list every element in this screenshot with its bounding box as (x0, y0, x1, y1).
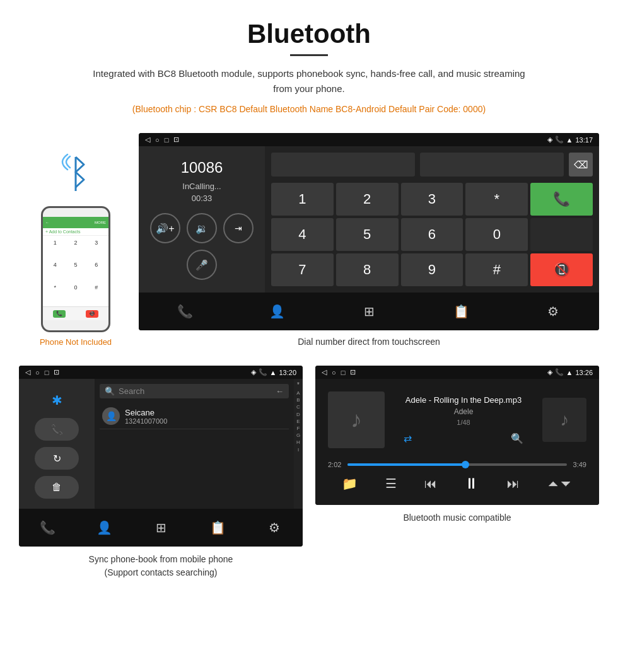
phone-top-bar: ← MORE (43, 217, 108, 228)
music-track-count: 1/48 (397, 419, 530, 426)
numpad-call-btn[interactable]: 📞 (530, 183, 593, 216)
backspace-btn[interactable]: ⌫ (569, 153, 593, 177)
wifi-icon: ▲ (566, 136, 573, 144)
music-play-pause-btn[interactable]: ⏸ (464, 475, 479, 492)
pb-nav-contacts-icon[interactable]: 👤 (91, 515, 117, 540)
pb-nav-call-icon[interactable]: 📞 (35, 515, 60, 540)
pb-alpha-a[interactable]: A (296, 390, 300, 397)
page-header: Bluetooth Integrated with BC8 Bluetooth … (0, 0, 618, 133)
bluetooth-icon (60, 152, 91, 196)
main-section: ← MORE + Add to Contacts 1 2 3 4 5 6 * 0… (0, 133, 618, 366)
music-shuffle-btn[interactable]: ⇄ (404, 432, 412, 444)
numpad-key-0[interactable]: 0 (465, 218, 528, 251)
numpad-key-6[interactable]: 6 (401, 218, 464, 251)
music-prev-btn[interactable]: ⏮ (424, 477, 437, 491)
pb-delete-btn[interactable]: 🗑 (35, 476, 79, 499)
vol-up-btn[interactable]: 🔊+ (150, 213, 180, 243)
pb-call-btn[interactable]: 📞 (35, 418, 79, 441)
pb-alpha-c[interactable]: C (296, 403, 300, 410)
phone-num-hash: # (86, 283, 106, 304)
music-body: ♪ Adele - Rolling In the Deep.mp3 Adele … (315, 379, 599, 505)
pb-status-left: ◁ ○ □ ⊡ (25, 368, 59, 376)
numpad-key-2[interactable]: 2 (336, 183, 399, 216)
back-icon: ◁ (145, 136, 150, 144)
pb-alpha-g[interactable]: G (296, 432, 300, 439)
music-search-btn[interactable]: 🔍 (511, 432, 523, 444)
dialer-body: 10086 InCalling... 00:33 🔊+ 🔉 ⇥ 🎤 (139, 146, 599, 293)
mic-btn[interactable]: 🎤 (187, 250, 217, 280)
nav-transfer-icon[interactable]: 📋 (448, 299, 474, 324)
music-info: Adele - Rolling In the Deep.mp3 Adele 1/… (397, 395, 530, 444)
nav-contacts-icon[interactable]: 👤 (264, 299, 289, 324)
pb-body: ✱ 📞 ↻ 🗑 🔍 Search ← (19, 379, 303, 509)
music-next-btn[interactable]: ⏭ (507, 477, 520, 491)
pb-alpha-d[interactable]: D (296, 411, 300, 418)
pb-alpha-b[interactable]: B (296, 397, 300, 403)
music-equalizer-btn[interactable]: ⏶⏷ (547, 477, 573, 491)
nav-dialpad-icon[interactable]: ⊞ (356, 299, 382, 324)
pb-contact-number: 13241007000 (125, 417, 167, 425)
numpad-key-star[interactable]: * (465, 183, 528, 216)
numpad-key-1[interactable]: 1 (271, 183, 334, 216)
music-folder-btn[interactable]: 📁 (342, 476, 358, 491)
status-right: ◈ 📞 ▲ 13:17 (547, 136, 593, 144)
music-progress-fill (347, 463, 465, 466)
numpad-key-7[interactable]: 7 (271, 253, 334, 286)
music-statusbar: ◁ ○ □ ⊡ ◈ 📞 ▲ 13:26 (315, 366, 599, 379)
pb-screenshot-icon: ⊡ (54, 368, 59, 376)
numpad-key-9[interactable]: 9 (401, 253, 464, 286)
numpad-hangup-btn[interactable]: 📵 (530, 253, 593, 286)
transfer-btn[interactable]: ⇥ (223, 213, 254, 243)
nav-settings-icon[interactable]: ⚙ (540, 299, 566, 324)
pb-nav-dialpad-icon[interactable]: ⊞ (148, 515, 173, 540)
music-back-icon: ◁ (322, 368, 327, 376)
pb-alpha-f[interactable]: F (297, 425, 300, 432)
numpad-key-4[interactable]: 4 (271, 218, 334, 251)
phone-num-star: * (45, 283, 65, 304)
dialer-screenshot: ◁ ○ □ ⊡ ◈ 📞 ▲ 13:17 10086 InCalling... (139, 133, 599, 353)
pb-bluetooth-btn[interactable]: ✱ (35, 389, 79, 412)
pb-nav-transfer-icon[interactable]: 📋 (205, 515, 230, 540)
phonebook-item: ◁ ○ □ ⊡ ◈ 📞 ▲ 13:20 ✱ 📞 ↻ (19, 366, 303, 579)
numpad-key-5[interactable]: 5 (336, 218, 399, 251)
pb-nav-settings-icon[interactable]: ⚙ (262, 515, 287, 540)
pb-status-right: ◈ 📞 ▲ 13:20 (251, 368, 296, 376)
call-duration: 00:33 (192, 194, 213, 203)
pb-statusbar: ◁ ○ □ ⊡ ◈ 📞 ▲ 13:20 (19, 366, 303, 379)
music-note-icon-secondary: ♪ (560, 410, 569, 430)
numpad-key-hash[interactable]: # (465, 253, 528, 286)
pb-alpha-e[interactable]: E (296, 418, 300, 425)
music-shuffle-search-row: ⇄ 🔍 (397, 432, 530, 444)
music-list-btn[interactable]: ☰ (385, 476, 397, 491)
pb-alphabet-bar: * A B C D E F G H I (294, 379, 303, 509)
phone-num-2: 2 (66, 238, 86, 259)
music-progress-area[interactable] (347, 463, 566, 466)
pb-contact-item[interactable]: 👤 Seicane 13241007000 (100, 403, 289, 429)
call-number: 10086 (181, 159, 223, 177)
numpad-key-8[interactable]: 8 (336, 253, 399, 286)
music-status-time: 13:26 (575, 369, 593, 376)
status-time: 13:17 (575, 136, 593, 144)
title-underline (290, 54, 328, 56)
pb-alpha-h[interactable]: H (296, 439, 300, 446)
home-icon: ○ (155, 136, 160, 144)
pb-sync-btn[interactable]: ↻ (35, 447, 79, 470)
numpad: 1 2 3 * 📞 4 5 6 0 7 8 9 # 📵 (271, 183, 593, 286)
page-title: Bluetooth (13, 19, 605, 49)
music-controls: 📁 ☰ ⏮ ⏸ ⏭ ⏶⏷ (315, 468, 599, 499)
numpad-empty-1 (530, 218, 593, 251)
nav-call-icon[interactable]: 📞 (172, 299, 197, 324)
music-progress-bar (347, 463, 566, 466)
vol-down-btn[interactable]: 🔉 (187, 213, 217, 243)
music-album-art-secondary: ♪ (542, 398, 586, 442)
pb-search-bar[interactable]: 🔍 Search ← (100, 384, 289, 398)
dialer-controls: 🔊+ 🔉 ⇥ 🎤 (145, 213, 259, 280)
phone-illustration: ← MORE + Add to Contacts 1 2 3 4 5 6 * 0… (19, 133, 132, 347)
pb-alpha-i[interactable]: I (298, 446, 299, 453)
phone-answer-btn[interactable]: 📞 (53, 310, 66, 318)
pb-wifi-icon: ▲ (270, 369, 277, 376)
recent-icon: □ (165, 136, 169, 144)
music-item: ◁ ○ □ ⊡ ◈ 📞 ▲ 13:26 ♪ (315, 366, 599, 579)
numpad-key-3[interactable]: 3 (401, 183, 464, 216)
phone-hangup-btn[interactable]: 📵 (86, 310, 98, 318)
